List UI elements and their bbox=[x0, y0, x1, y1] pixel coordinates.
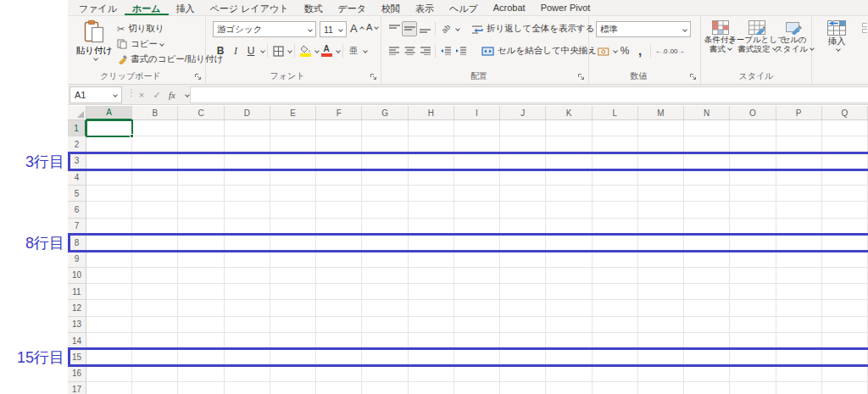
cell-A6[interactable] bbox=[86, 202, 132, 218]
cell-P12[interactable] bbox=[776, 300, 822, 316]
row-header-6[interactable]: 6 bbox=[68, 202, 86, 218]
cell-O12[interactable] bbox=[730, 300, 776, 316]
cell-Q12[interactable] bbox=[822, 300, 868, 316]
cell-H10[interactable] bbox=[409, 268, 454, 284]
row-header-11[interactable]: 11 bbox=[68, 284, 86, 300]
cell-L12[interactable] bbox=[593, 300, 638, 316]
cell-F6[interactable] bbox=[316, 202, 362, 218]
cell-B1[interactable] bbox=[132, 120, 178, 136]
cell-A11[interactable] bbox=[86, 284, 132, 300]
cell-A12[interactable] bbox=[86, 300, 132, 316]
cell-J9[interactable] bbox=[500, 251, 546, 267]
column-header-H[interactable]: H bbox=[409, 106, 454, 120]
cell-L13[interactable] bbox=[593, 317, 638, 333]
orientation-button[interactable]: ab bbox=[438, 21, 453, 36]
row-header-17[interactable]: 17 bbox=[68, 382, 86, 394]
cell-D5[interactable] bbox=[225, 186, 270, 202]
column-header-J[interactable]: J bbox=[500, 106, 546, 120]
cell-H16[interactable] bbox=[409, 365, 454, 381]
select-all-corner[interactable] bbox=[68, 106, 86, 120]
column-header-I[interactable]: I bbox=[454, 106, 500, 120]
delete-button-partial[interactable] bbox=[862, 23, 867, 35]
cell-H13[interactable] bbox=[409, 317, 454, 333]
cell-M9[interactable] bbox=[638, 251, 684, 267]
cell-F4[interactable] bbox=[316, 169, 362, 186]
cell-F12[interactable] bbox=[316, 300, 362, 316]
clipboard-dialog-launcher-icon[interactable] bbox=[194, 73, 203, 81]
cell-P10[interactable] bbox=[776, 268, 822, 284]
column-header-Q[interactable]: Q bbox=[822, 106, 868, 120]
row-header-9[interactable]: 9 bbox=[68, 251, 86, 267]
cell-M12[interactable] bbox=[638, 300, 684, 316]
cell-G12[interactable] bbox=[362, 300, 408, 316]
cell-K13[interactable] bbox=[546, 317, 592, 333]
align-right-button[interactable] bbox=[417, 43, 432, 58]
cell-F1[interactable] bbox=[316, 120, 362, 136]
column-header-A[interactable]: A bbox=[86, 106, 132, 120]
cell-N6[interactable] bbox=[684, 202, 730, 218]
font-color-button[interactable]: A bbox=[319, 43, 334, 58]
cell-J4[interactable] bbox=[500, 169, 546, 186]
column-header-C[interactable]: C bbox=[178, 106, 224, 120]
cell-I12[interactable] bbox=[454, 300, 500, 316]
row-header-4[interactable]: 4 bbox=[68, 169, 86, 186]
cell-K6[interactable] bbox=[546, 202, 592, 218]
menu-tab-10[interactable]: Power Pivot bbox=[533, 0, 598, 15]
number-format-select[interactable]: 標準 bbox=[596, 21, 691, 37]
cell-D4[interactable] bbox=[225, 169, 270, 186]
cell-D17[interactable] bbox=[225, 382, 270, 394]
menu-tab-6[interactable]: 校閲 bbox=[374, 0, 408, 15]
cell-A13[interactable] bbox=[86, 317, 132, 333]
font-name-select[interactable]: 游ゴシック bbox=[213, 21, 316, 37]
cell-N9[interactable] bbox=[684, 251, 730, 267]
menu-tab-5[interactable]: データ bbox=[330, 0, 374, 15]
cell-G1[interactable] bbox=[362, 120, 408, 136]
cell-P4[interactable] bbox=[776, 169, 822, 186]
cell-C11[interactable] bbox=[178, 284, 224, 300]
column-header-N[interactable]: N bbox=[684, 106, 730, 120]
cell-K16[interactable] bbox=[546, 365, 592, 381]
cell-O17[interactable] bbox=[730, 382, 776, 394]
column-header-O[interactable]: O bbox=[730, 106, 776, 120]
phonetic-guide-button[interactable]: 亜 bbox=[346, 43, 361, 58]
cell-J12[interactable] bbox=[500, 300, 546, 316]
cell-E9[interactable] bbox=[270, 251, 316, 267]
cell-D10[interactable] bbox=[225, 268, 270, 284]
cell-N13[interactable] bbox=[684, 317, 730, 333]
cell-B11[interactable] bbox=[132, 284, 178, 300]
cell-C16[interactable] bbox=[178, 365, 224, 381]
cell-Q11[interactable] bbox=[822, 284, 868, 300]
cell-C5[interactable] bbox=[178, 186, 224, 202]
cell-B9[interactable] bbox=[132, 251, 178, 267]
cell-K12[interactable] bbox=[546, 300, 592, 316]
cell-F13[interactable] bbox=[316, 317, 362, 333]
cell-I10[interactable] bbox=[454, 268, 500, 284]
cell-J10[interactable] bbox=[500, 268, 546, 284]
cell-N11[interactable] bbox=[684, 284, 730, 300]
increase-font-size-button[interactable]: A bbox=[350, 22, 364, 35]
copy-button[interactable]: コピー bbox=[117, 36, 164, 52]
italic-button[interactable]: I bbox=[228, 43, 243, 58]
insert-cells-button[interactable]: 挿入 bbox=[821, 20, 853, 51]
cell-Q16[interactable] bbox=[822, 365, 868, 381]
font-dialog-launcher-icon[interactable] bbox=[370, 73, 378, 81]
name-box[interactable]: A1 bbox=[70, 86, 122, 103]
enter-button[interactable]: ✓ bbox=[149, 86, 164, 103]
cell-K9[interactable] bbox=[546, 251, 592, 267]
percent-style-button[interactable]: % bbox=[617, 43, 632, 58]
align-bottom-button[interactable] bbox=[417, 21, 432, 36]
decrease-indent-button[interactable] bbox=[438, 43, 453, 58]
cell-B13[interactable] bbox=[132, 317, 178, 333]
cell-C12[interactable] bbox=[178, 300, 224, 316]
cell-H17[interactable] bbox=[409, 382, 454, 394]
cell-H6[interactable] bbox=[409, 202, 454, 218]
cell-C9[interactable] bbox=[178, 251, 224, 267]
row-header-13[interactable]: 13 bbox=[68, 317, 86, 333]
cell-F5[interactable] bbox=[316, 186, 362, 202]
cell-O16[interactable] bbox=[730, 365, 776, 381]
cell-G9[interactable] bbox=[362, 251, 408, 267]
bold-button[interactable]: B bbox=[213, 43, 228, 58]
cell-Q1[interactable] bbox=[822, 120, 868, 136]
cell-K4[interactable] bbox=[546, 169, 592, 186]
align-middle-button[interactable] bbox=[402, 21, 417, 36]
